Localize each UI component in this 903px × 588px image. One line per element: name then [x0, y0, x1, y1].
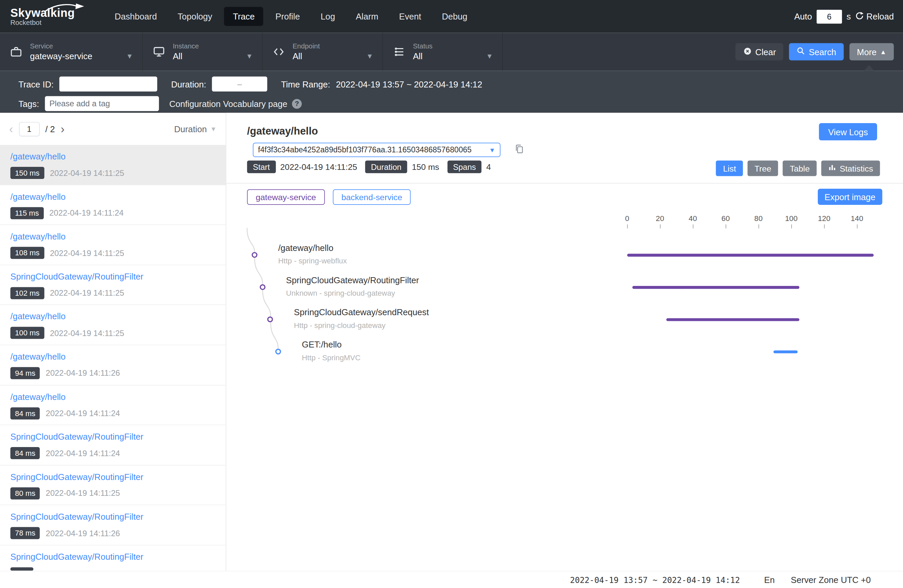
trace-list-item[interactable]: SpringCloudGateway/RoutingFilter — [0, 545, 226, 571]
trace-timestamp: 2022-04-19 14:11:24 — [46, 449, 120, 458]
trace-timestamp: 2022-04-19 14:11:26 — [46, 368, 120, 378]
logo-swoosh-icon — [43, 2, 88, 15]
prev-page-button[interactable]: ‹ — [9, 123, 13, 135]
span-node-icon[interactable] — [275, 349, 281, 354]
export-image-button[interactable]: Export image — [818, 189, 882, 205]
nav-item-log[interactable]: Log — [312, 7, 344, 26]
view-mode-list[interactable]: List — [716, 160, 743, 176]
trace-title[interactable]: /gateway/hello — [11, 231, 220, 241]
trace-list-item[interactable]: SpringCloudGateway/RoutingFilter 84 ms20… — [0, 425, 226, 465]
span-row: SpringCloudGateway/RoutingFilter Unknown… — [226, 271, 903, 303]
nav-item-topology[interactable]: Topology — [169, 7, 221, 26]
span-duration-bar[interactable] — [773, 351, 798, 354]
service-legend: gateway-service backend-service — [247, 190, 411, 205]
start-value: 2022-04-19 14:11:25 — [280, 162, 357, 171]
chevron-down-icon: ▼ — [366, 52, 373, 60]
trace-list-item[interactable]: /gateway/hello 108 ms2022-04-19 14:11:25 — [0, 225, 226, 265]
more-button[interactable]: More ▲ — [850, 43, 894, 60]
status-selector[interactable]: Status All ▼ — [383, 33, 503, 71]
span-node-icon[interactable] — [267, 317, 273, 322]
service-selector[interactable]: Service gateway-service ▼ — [0, 33, 143, 71]
help-icon[interactable]: ? — [292, 99, 302, 108]
span-node-icon[interactable] — [252, 252, 257, 258]
span-name: SpringCloudGateway/sendRequest — [294, 307, 429, 317]
nav-item-debug[interactable]: Debug — [433, 7, 476, 26]
trace-list-item[interactable]: /gateway/hello 150 ms2022-04-19 14:11:25 — [0, 145, 226, 185]
trace-title[interactable]: SpringCloudGateway/RoutingFilter — [11, 511, 220, 522]
span-info[interactable]: SpringCloudGateway/sendRequest Http - sp… — [294, 307, 429, 330]
nav-item-event[interactable]: Event — [390, 7, 430, 26]
footer-bar: 2022-04-19 13:57 ~ 2022-04-19 14:12 En S… — [0, 571, 903, 588]
legend-chip-backend-service[interactable]: backend-service — [333, 190, 411, 205]
trace-title[interactable]: SpringCloudGateway/RoutingFilter — [11, 471, 220, 482]
trace-title[interactable]: /gateway/hello — [11, 191, 220, 201]
trace-list-item[interactable]: SpringCloudGateway/RoutingFilter 102 ms2… — [0, 265, 226, 305]
spans-badge: Spans — [447, 160, 481, 173]
search-button[interactable]: Search — [789, 43, 844, 60]
axis-tick: 80 — [747, 214, 770, 228]
nav-item-alarm[interactable]: Alarm — [347, 7, 387, 26]
trace-timestamp: 2022-04-19 14:11:24 — [46, 409, 120, 418]
status-icon — [392, 45, 406, 58]
trace-list-item[interactable]: SpringCloudGateway/RoutingFilter 80 ms20… — [0, 465, 226, 505]
language-toggle[interactable]: En — [764, 575, 775, 585]
span-row: /gateway/hello Http - spring-webflux — [226, 239, 903, 271]
trace-title[interactable]: /gateway/hello — [11, 311, 220, 321]
trace-title[interactable]: SpringCloudGateway/RoutingFilter — [11, 431, 220, 442]
vocabulary-link[interactable]: Configuration Vocabulary page — [169, 99, 288, 108]
trace-title[interactable]: /gateway/hello — [11, 151, 220, 162]
trace-list-item[interactable]: /gateway/hello 115 ms2022-04-19 14:11:24 — [0, 185, 226, 225]
legend-chip-gateway-service[interactable]: gateway-service — [247, 190, 325, 205]
time-range-value[interactable]: 2022-04-19 13:57 ~ 2022-04-19 14:12 — [336, 79, 482, 89]
trace-summary-badges: Start 2022-04-19 14:11:25 Duration 150 m… — [247, 160, 499, 173]
duration-badge — [11, 567, 33, 571]
span-duration-bar[interactable] — [627, 254, 873, 257]
duration-input[interactable] — [212, 76, 267, 91]
clear-label: Clear — [755, 47, 776, 56]
trace-list-item[interactable]: SpringCloudGateway/RoutingFilter 78 ms20… — [0, 505, 226, 545]
clear-icon — [743, 46, 752, 57]
span-duration-bar[interactable] — [667, 318, 800, 321]
page-input[interactable] — [19, 122, 40, 136]
nav-item-profile[interactable]: Profile — [267, 7, 308, 26]
duration-badge: 84 ms — [11, 447, 40, 459]
trace-id-value: f4f3f3c34abe4252a89d5bf103f776aa.31.1650… — [258, 146, 486, 154]
auto-interval-input[interactable] — [816, 9, 842, 23]
trace-list-item[interactable]: /gateway/hello 100 ms2022-04-19 14:11:25 — [0, 305, 226, 345]
app-logo[interactable]: Skywalking Rocketbot — [11, 6, 98, 27]
trace-id-select[interactable]: f4f3f3c34abe4252a89d5bf103f776aa.31.1650… — [253, 143, 501, 157]
view-mode-tree[interactable]: Tree — [747, 160, 778, 176]
service-icon — [9, 45, 23, 58]
clear-button[interactable]: Clear — [735, 43, 783, 60]
trace-list-item[interactable]: /gateway/hello 84 ms2022-04-19 14:11:24 — [0, 385, 226, 425]
toolbar-buttons: Clear Search More ▲ — [735, 43, 894, 60]
span-duration-bar[interactable] — [632, 286, 799, 289]
trace-list-item[interactable]: /gateway/hello 94 ms2022-04-19 14:11:26 — [0, 345, 226, 385]
endpoint-selector[interactable]: Endpoint All ▼ — [263, 33, 383, 71]
trace-title[interactable]: /gateway/hello — [11, 351, 220, 362]
next-page-button[interactable]: › — [61, 123, 64, 135]
trace-id-input[interactable] — [59, 76, 157, 91]
sort-dropdown[interactable]: Duration ▼ — [174, 124, 217, 134]
view-mode-table[interactable]: Table — [783, 160, 816, 176]
span-node-icon[interactable] — [260, 284, 265, 290]
more-filters-panel: Trace ID: Duration: Time Range: 2022-04-… — [0, 71, 903, 113]
span-info[interactable]: /gateway/hello Http - spring-webflux — [278, 243, 347, 265]
span-subtitle: Http - spring-webflux — [278, 257, 347, 265]
tags-input[interactable] — [45, 96, 159, 111]
reload-button[interactable]: Reload — [856, 11, 894, 22]
copy-icon[interactable] — [514, 143, 524, 157]
axis-tick: 40 — [681, 214, 704, 228]
nav-item-trace[interactable]: Trace — [224, 7, 263, 26]
span-info[interactable]: GET:/hello Http - SpringMVC — [302, 339, 360, 362]
nav-item-dashboard[interactable]: Dashboard — [106, 7, 166, 26]
span-row: SpringCloudGateway/sendRequest Http - sp… — [226, 303, 903, 336]
view-mode-statistics[interactable]: Statistics — [821, 160, 880, 176]
trace-title[interactable]: SpringCloudGateway/RoutingFilter — [11, 551, 220, 562]
span-info[interactable]: SpringCloudGateway/RoutingFilter Unknown… — [286, 275, 419, 298]
instance-selector[interactable]: Instance All ▼ — [143, 33, 263, 71]
trace-title[interactable]: /gateway/hello — [11, 391, 220, 401]
trace-title[interactable]: SpringCloudGateway/RoutingFilter — [11, 271, 220, 282]
view-logs-button[interactable]: View Logs — [819, 123, 877, 140]
auto-label: Auto — [794, 11, 812, 21]
